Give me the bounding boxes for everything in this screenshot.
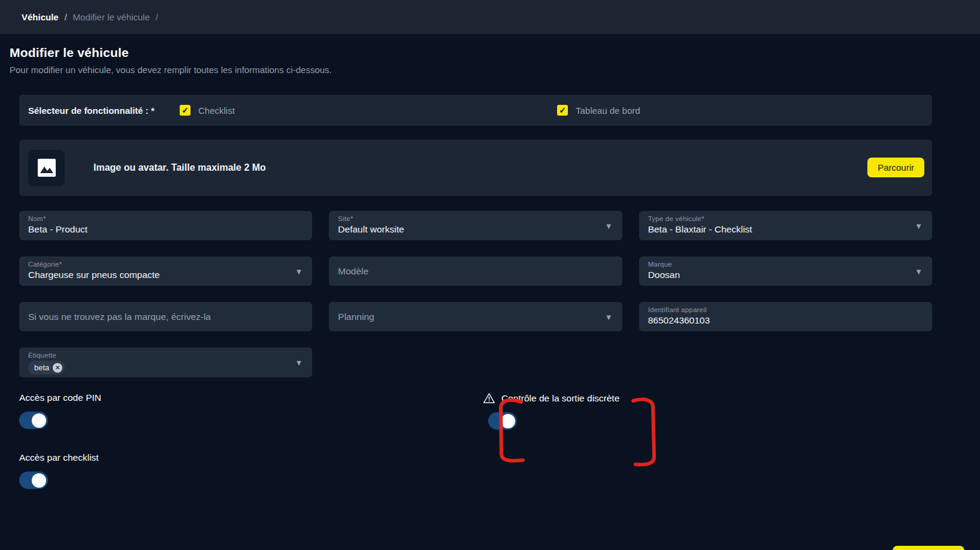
acces-checklist-label: Accès par checklist: [19, 452, 99, 463]
site-label: Site*: [338, 215, 598, 222]
vehicle-form: Nom* Beta - Product Site* Default worksi…: [19, 211, 932, 377]
acces-code-pin-group: Accès par code PIN: [19, 392, 101, 429]
marque-libre-placeholder: Si vous ne trouvez pas la marque, écrive…: [28, 312, 211, 322]
acces-code-pin-label: Accès par code PIN: [19, 392, 101, 403]
marque-label: Marque: [648, 261, 908, 268]
identifiant-appareil-value: 865024360103: [648, 315, 908, 326]
feature-selector-bar: Sélecteur de fonctionnalité : * ✓ Checkl…: [19, 95, 932, 126]
site-value: Default worksite: [338, 224, 598, 235]
breadcrumb-separator: /: [65, 13, 67, 22]
chevron-down-icon: ▼: [605, 221, 613, 230]
image-upload-hint: Image ou avatar. Taille maximale 2 Mo: [93, 162, 266, 173]
image-upload-panel: Image ou avatar. Taille maximale 2 Mo Pa…: [19, 140, 932, 196]
page-header: Modifier le véhicule Pour modifier un vé…: [10, 46, 332, 75]
page-title: Modifier le véhicule: [10, 46, 332, 60]
planning-select[interactable]: Planning ▼: [329, 302, 622, 331]
checkbox-checked-icon: ✓: [557, 105, 568, 116]
checkbox-checklist-label: Checklist: [198, 105, 235, 116]
chevron-down-icon: ▼: [915, 267, 922, 276]
controle-sortie-discrete-label: Contrôle de la sortie discrète: [501, 393, 619, 404]
image-preview-tile: [28, 150, 65, 186]
checkbox-tableau-de-bord-label: Tableau de bord: [576, 105, 640, 116]
chevron-down-icon: ▼: [295, 267, 303, 276]
planning-placeholder: Planning: [338, 312, 374, 322]
page-subtitle: Pour modifier un véhicule, vous devez re…: [10, 65, 332, 75]
categorie-value: Chargeuse sur pneus compacte: [28, 270, 288, 280]
toggle-knob: [32, 473, 46, 488]
nom-label: Nom*: [28, 215, 288, 222]
vehicle-edit-page: Véhicule / Modifier le véhicule / Modifi…: [0, 0, 980, 550]
acces-code-pin-toggle[interactable]: [19, 412, 48, 429]
breadcrumb-item-modifier[interactable]: Modifier le véhicule: [73, 12, 150, 22]
type-vehicule-label: Type de véhicule*: [648, 215, 908, 222]
controle-sortie-discrete-group: Contrôle de la sortie discrète: [483, 392, 619, 430]
checkbox-checked-icon: ✓: [180, 105, 190, 116]
breadcrumb-separator: /: [156, 13, 158, 22]
acces-checklist-group: Accès par checklist: [19, 452, 99, 489]
categorie-label: Catégorie*: [28, 261, 288, 268]
identifiant-appareil-field[interactable]: Identifiant appareil 865024360103: [639, 302, 932, 331]
etiquette-select[interactable]: Étiquette beta ✕ ▼: [19, 347, 312, 377]
categorie-select[interactable]: Catégorie* Chargeuse sur pneus compacte …: [19, 256, 312, 286]
toggle-knob: [501, 414, 515, 428]
chevron-down-icon: ▼: [915, 221, 922, 230]
checkbox-checklist[interactable]: ✓ Checklist: [180, 105, 235, 116]
modele-placeholder: Modèle: [338, 266, 368, 277]
marque-libre-field[interactable]: Si vous ne trouvez pas la marque, écrive…: [19, 302, 312, 331]
marque-select[interactable]: Marque Doosan ▼: [639, 256, 932, 286]
site-select[interactable]: Site* Default worksite ▼: [329, 211, 622, 240]
chevron-down-icon: ▼: [605, 312, 613, 321]
etiquette-label: Étiquette: [28, 352, 288, 359]
toggle-knob: [32, 413, 46, 428]
warning-icon: [483, 392, 495, 404]
marque-value: Doosan: [648, 270, 908, 280]
etiquette-chip-beta[interactable]: beta ✕: [28, 361, 65, 374]
image-icon: [38, 159, 56, 177]
modele-field[interactable]: Modèle: [329, 256, 622, 286]
nom-field[interactable]: Nom* Beta - Product: [19, 211, 312, 240]
controle-sortie-discrete-toggle[interactable]: [488, 412, 517, 430]
type-vehicule-value: Beta - Blaxtair - Checklist: [648, 224, 908, 235]
nom-value: Beta - Product: [28, 224, 288, 235]
feature-selector-label: Sélecteur de fonctionnalité : *: [28, 105, 155, 116]
acces-checklist-toggle[interactable]: [19, 472, 48, 489]
breadcrumb-item-vehicule[interactable]: Véhicule: [22, 12, 59, 22]
browse-button[interactable]: Parcourir: [867, 158, 924, 177]
chip-label: beta: [34, 363, 49, 372]
type-vehicule-select[interactable]: Type de véhicule* Beta - Blaxtair - Chec…: [639, 211, 932, 240]
checkbox-tableau-de-bord[interactable]: ✓ Tableau de bord: [557, 105, 640, 116]
breadcrumb: Véhicule / Modifier le véhicule /: [0, 0, 980, 34]
identifiant-appareil-label: Identifiant appareil: [648, 306, 908, 313]
chip-remove-icon[interactable]: ✕: [53, 363, 62, 373]
chevron-down-icon: ▼: [295, 358, 303, 367]
bottom-action-button-partial[interactable]: [893, 546, 964, 550]
